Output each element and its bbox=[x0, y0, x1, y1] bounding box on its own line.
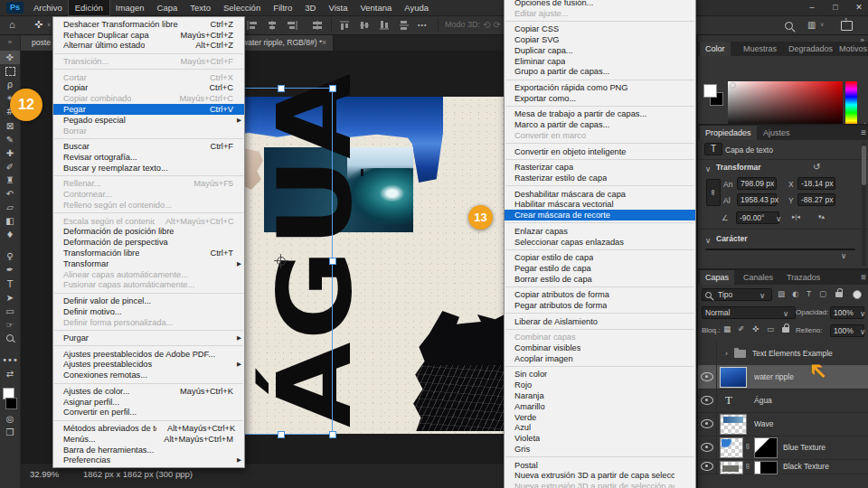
menu-item[interactable]: Azul bbox=[505, 422, 695, 433]
layer-row[interactable]: ∞ Blue Texture bbox=[698, 436, 868, 460]
menu-item[interactable]: Amarillo bbox=[505, 401, 695, 412]
menu-item[interactable]: Habilitar máscara vectorial bbox=[505, 199, 695, 210]
width-field[interactable]: 798.09 px bbox=[737, 177, 777, 190]
lock-pixels-icon[interactable]: ✐ bbox=[738, 324, 744, 333]
menu-edicion[interactable]: Edición bbox=[69, 0, 109, 15]
menu-item[interactable]: Pegado especial bbox=[53, 115, 244, 126]
flip-horizontal-icon[interactable]: ▸|◂ bbox=[792, 213, 800, 221]
align-center-h-icon[interactable] bbox=[266, 20, 278, 31]
constrain-link-icon[interactable]: ∞ bbox=[706, 179, 721, 206]
menu-item[interactable] bbox=[505, 185, 694, 186]
menu-item[interactable]: Copiar Ctrl+C bbox=[53, 83, 244, 94]
menu-item[interactable]: Copiar CSS bbox=[505, 23, 695, 34]
menu-item[interactable]: Cortar Ctrl+X bbox=[53, 72, 244, 83]
transform-reference-point[interactable] bbox=[277, 257, 286, 266]
visibility-toggle[interactable] bbox=[698, 459, 717, 474]
menu-item[interactable] bbox=[505, 329, 694, 330]
menu-item[interactable]: Nueva extrusión 3D a partir de capa sele… bbox=[505, 470, 695, 481]
filter-pixel-layers-icon[interactable]: ▨ bbox=[778, 289, 785, 298]
menu-item[interactable]: Pegar estilo de capa bbox=[505, 263, 695, 274]
lock-all-icon[interactable] bbox=[782, 327, 789, 333]
menu-item[interactable]: Definir valor de pincel... bbox=[53, 296, 244, 306]
menu-item[interactable]: Barra de herramientas... bbox=[53, 445, 244, 455]
history-brush-tool[interactable]: ↶ bbox=[0, 187, 20, 201]
menu-item[interactable] bbox=[54, 383, 243, 384]
menu-item[interactable]: Opciones de fusión... bbox=[505, 0, 695, 8]
filter-type-layers-icon[interactable]: T bbox=[807, 289, 811, 298]
minimize-button[interactable]: – bbox=[807, 0, 817, 15]
menu-item[interactable]: Pegar Ctrl+V bbox=[53, 104, 244, 115]
close-button[interactable]: ✕ bbox=[854, 0, 864, 15]
pen-tool[interactable]: ✒ bbox=[0, 263, 20, 277]
distribute-h-icon[interactable] bbox=[311, 20, 324, 31]
tab-canales[interactable]: Canales bbox=[738, 270, 778, 285]
menu-item[interactable] bbox=[505, 286, 694, 287]
type-tool[interactable]: T bbox=[0, 277, 20, 291]
menu-imagen[interactable]: Imagen bbox=[109, 0, 151, 15]
menu-item[interactable]: Conexiones remotas... bbox=[53, 370, 244, 380]
gradient-tool[interactable]: ◧ bbox=[0, 214, 20, 228]
menu-archivo[interactable]: Archivo bbox=[27, 0, 69, 15]
filter-smart-objects-icon[interactable] bbox=[835, 292, 843, 297]
menu-item[interactable]: Combinar capas bbox=[505, 332, 695, 343]
align-left-icon[interactable] bbox=[246, 20, 259, 31]
menu-item[interactable]: Alternar último estado Alt+Ctrl+Z bbox=[53, 41, 244, 52]
menu-item[interactable] bbox=[505, 106, 694, 107]
menu-item[interactable]: Gris bbox=[505, 444, 695, 455]
menu-item[interactable] bbox=[505, 143, 694, 144]
menu-item[interactable]: Rehacer Duplicar capa Mayús+Ctrl+Z bbox=[53, 30, 244, 41]
edit-toolbar-button[interactable]: ••• bbox=[0, 353, 20, 367]
menu-item[interactable]: Buscar Ctrl+F bbox=[53, 141, 244, 152]
menu-item[interactable] bbox=[505, 249, 694, 250]
angle-field[interactable]: -90.00° bbox=[736, 211, 779, 224]
transform-handle[interactable] bbox=[329, 85, 336, 92]
menu-item[interactable] bbox=[54, 138, 243, 139]
healing-brush-tool[interactable]: ✚ bbox=[0, 146, 20, 160]
menu-item[interactable]: Copiar estilo de capa bbox=[505, 252, 695, 263]
menu-item[interactable]: Exportación rápida como PNG bbox=[505, 82, 695, 93]
blur-tool[interactable]: ♦ bbox=[0, 228, 20, 241]
menu-item[interactable]: Deshabilitar máscara de capa bbox=[505, 189, 695, 200]
menu-item[interactable]: Mesa de trabajo a partir de capas... bbox=[505, 109, 695, 120]
menu-capa[interactable]: Capa bbox=[151, 0, 184, 15]
menu-3d[interactable]: 3D bbox=[298, 0, 322, 15]
lock-artboard-icon[interactable]: ▭ bbox=[767, 324, 774, 333]
menu-item[interactable]: Grupo a partir de capas... bbox=[505, 67, 695, 78]
font-family-field[interactable] bbox=[705, 249, 855, 250]
eyedropper-tool[interactable]: ✎ bbox=[0, 133, 20, 146]
menu-item[interactable]: Exportar como... bbox=[505, 93, 695, 104]
visibility-toggle[interactable] bbox=[698, 436, 717, 459]
menu-item[interactable]: Deformación de posición libre bbox=[53, 226, 244, 237]
transform-handle[interactable] bbox=[329, 258, 336, 265]
menu-item[interactable]: Escala según el contenido Alt+Mayús+Ctrl… bbox=[53, 216, 244, 227]
tab-degradados[interactable]: Degradados bbox=[783, 42, 838, 56]
menu-item[interactable]: Enlazar capas bbox=[505, 226, 695, 237]
layer-thumbnail[interactable] bbox=[720, 367, 747, 388]
menu-ventana[interactable]: Ventana bbox=[354, 0, 398, 15]
menu-item[interactable]: Contornear... bbox=[53, 189, 244, 200]
lasso-tool[interactable]: ρ bbox=[0, 78, 20, 91]
menu-item[interactable] bbox=[54, 330, 243, 331]
align-center-v-icon[interactable] bbox=[358, 20, 371, 31]
menu-item[interactable]: Verde bbox=[505, 412, 695, 423]
menu-item[interactable]: Revisar ortografía... bbox=[53, 152, 244, 163]
menu-item[interactable]: Relleno según el contenido... bbox=[53, 200, 244, 211]
menu-item[interactable]: Rasterizar estilo de capa bbox=[505, 173, 695, 183]
color-swatches[interactable] bbox=[1, 387, 19, 410]
workspace-icon[interactable]: ▥ bbox=[807, 15, 816, 34]
tab-muestras[interactable]: Muestras bbox=[738, 42, 782, 56]
filter-shape-layers-icon[interactable]: ▢ bbox=[819, 289, 826, 298]
menu-item[interactable]: Borrar estilo de capa bbox=[505, 274, 695, 285]
menu-item[interactable]: Transformar bbox=[53, 258, 244, 269]
menu-item[interactable]: Postal bbox=[505, 460, 695, 471]
layer-row[interactable]: ∞ Black Texture bbox=[698, 459, 868, 474]
layer-row-text[interactable]: T Água bbox=[698, 389, 868, 413]
menu-item[interactable]: Alinear capas automáticamente... bbox=[53, 269, 244, 280]
more-options-icon[interactable]: ••• bbox=[418, 15, 427, 34]
visibility-toggle[interactable] bbox=[698, 365, 717, 389]
menu-item[interactable]: Nueva extrusión 3D a partir de selección… bbox=[505, 481, 695, 488]
group-chevron-icon[interactable]: › bbox=[725, 349, 728, 358]
distribute-v-icon[interactable] bbox=[398, 20, 410, 31]
menu-item[interactable] bbox=[54, 53, 243, 54]
tab-trazados[interactable]: Trazados bbox=[781, 270, 826, 285]
